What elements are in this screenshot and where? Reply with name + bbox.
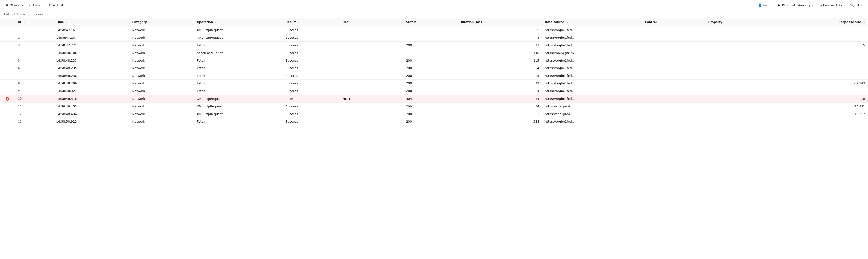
data-table: Id ⌄ Time ⌄ Category ⌄ Operation ⌄ Resul… xyxy=(0,18,868,125)
cell-datasource: https://orgbe1fed... xyxy=(542,34,642,41)
table-row[interactable]: 914:58:48.324NetworkFetchSuccess2004http… xyxy=(0,87,868,95)
cell-responsesize: 28 xyxy=(781,95,868,103)
table-row[interactable]: 214:58:47.167NetworkXMLHttpRequestSucces… xyxy=(0,34,868,41)
filter-button[interactable]: 🔍 Filter xyxy=(848,2,864,8)
col-header-category[interactable]: Category ⌄ xyxy=(129,18,194,26)
cell-duration: 24 xyxy=(457,103,542,110)
cell-control xyxy=(642,72,706,80)
col-header-time[interactable]: Time ⌄ xyxy=(53,18,129,26)
toolbar-left: ✕ Clear data ↑ Upload ↓ Download xyxy=(4,2,754,8)
play-label: Play model-driven app xyxy=(782,3,813,7)
cell-id: 8 xyxy=(15,80,53,87)
cell-id: 7 xyxy=(15,72,53,80)
table-row[interactable]: 414:58:48.106NetworkAssetLoad.ScriptSucc… xyxy=(0,49,868,57)
cell-time: 14:58:48.378 xyxy=(53,95,129,103)
cell-responsesize: 69,143 xyxy=(781,80,868,87)
cell-responsesize xyxy=(781,26,868,34)
row-error-indicator-cell xyxy=(0,103,15,110)
table-row[interactable]: 614:58:48.235NetworkFetchSuccess2004http… xyxy=(0,64,868,72)
cell-res xyxy=(340,64,403,72)
filter-icon: 🔍 xyxy=(850,3,854,7)
row-error-indicator-cell xyxy=(0,26,15,34)
chevron-down-icon: ▾ xyxy=(841,3,843,7)
table-row[interactable]: 1314:58:50.922NetworkFetchSuccess200348h… xyxy=(0,118,868,125)
col-header-id[interactable]: Id ⌄ xyxy=(15,18,53,26)
table-row[interactable]: 1114:58:48.453NetworkXMLHttpRequestSucce… xyxy=(0,103,868,110)
table-row[interactable]: 814:58:48.296NetworkFetchSuccess20092htt… xyxy=(0,80,868,87)
cell-time: 14:58:48.296 xyxy=(53,80,129,87)
table-row[interactable]: 114:58:47.167NetworkXMLHttpRequestSucces… xyxy=(0,26,868,34)
sort-icon-res: ⌄ xyxy=(353,21,355,24)
upload-icon: ↑ xyxy=(29,3,30,7)
cell-res xyxy=(340,110,403,118)
upload-label: Upload xyxy=(32,3,41,7)
cell-property xyxy=(706,34,781,41)
col-header-datasource[interactable]: Data source ⌄ xyxy=(542,18,642,26)
col-header-status[interactable]: Status ⌄ xyxy=(403,18,457,26)
col-header-duration[interactable]: Duration (ms) ⌄ xyxy=(457,18,542,26)
cell-category: Network xyxy=(129,103,194,110)
cell-duration: 84 xyxy=(457,95,542,103)
col-header-result[interactable]: Result ⌄ xyxy=(283,18,340,26)
cell-category: Network xyxy=(129,64,194,72)
invite-label: Invite xyxy=(763,3,771,7)
col-header-property[interactable]: Property ⌄ xyxy=(706,18,781,26)
table-body: 114:58:47.167NetworkXMLHttpRequestSucces… xyxy=(0,26,868,125)
cell-result: Success xyxy=(283,110,340,118)
upload-button[interactable]: ↑ Upload xyxy=(27,2,43,8)
col-header-control[interactable]: Control ⌄ xyxy=(642,18,706,26)
cell-property xyxy=(706,118,781,125)
sort-icon-status: ⌄ xyxy=(418,21,420,24)
play-model-driven-app-button[interactable]: ▶ Play model-driven app xyxy=(776,2,814,8)
sort-icon-id: ⌄ xyxy=(23,21,25,24)
compact-list-button[interactable]: ≡ Compact list ▾ xyxy=(818,2,844,8)
cell-property xyxy=(706,49,781,57)
table-row[interactable]: 714:58:48.236NetworkFetchSuccess2005http… xyxy=(0,72,868,80)
table-row[interactable]: 1214:58:48.494NetworkXMLHttpRequestSucce… xyxy=(0,110,868,118)
cell-res xyxy=(340,26,403,34)
table-row[interactable]: 514:58:48.233NetworkFetchSuccess200115ht… xyxy=(0,57,868,64)
cell-time: 14:58:47.167 xyxy=(53,26,129,34)
col-indicator xyxy=(0,18,15,26)
cell-property xyxy=(706,41,781,49)
cell-result: Error xyxy=(283,95,340,103)
cell-status: 200 xyxy=(403,72,457,80)
cell-time: 14:58:48.453 xyxy=(53,103,129,110)
download-button[interactable]: ↓ Download xyxy=(44,2,65,8)
cell-duration: 138 xyxy=(457,49,542,57)
col-header-responsesize[interactable]: Response size ⌄ xyxy=(781,18,868,26)
sort-icon-time: ⌄ xyxy=(66,21,68,24)
cell-property xyxy=(706,57,781,64)
clear-data-button[interactable]: ✕ Clear data xyxy=(4,2,26,8)
cell-responsesize xyxy=(781,49,868,57)
cell-res xyxy=(340,57,403,64)
sort-icon-control: ⌄ xyxy=(658,21,660,24)
cell-property xyxy=(706,80,781,87)
cell-operation: XMLHttpRequest xyxy=(194,26,283,34)
cell-res xyxy=(340,87,403,95)
cell-property xyxy=(706,95,781,103)
cell-duration: 4 xyxy=(457,64,542,72)
col-header-operation[interactable]: Operation ⌄ xyxy=(194,18,283,26)
clear-data-label: Clear data xyxy=(10,3,24,7)
table-row[interactable]: !1014:58:48.378NetworkXMLHttpRequestErro… xyxy=(0,95,868,103)
toolbar: ✕ Clear data ↑ Upload ↓ Download 👤 Invit… xyxy=(0,0,868,10)
row-error-indicator-cell xyxy=(0,80,15,87)
cell-operation: AssetLoad.Script xyxy=(194,49,283,57)
cell-datasource: https://shellprod... xyxy=(542,103,642,110)
table-container: Id ⌄ Time ⌄ Category ⌄ Operation ⌄ Resul… xyxy=(0,18,868,259)
cell-operation: XMLHttpRequest xyxy=(194,103,283,110)
invite-button[interactable]: 👤 Invite xyxy=(756,2,773,8)
cell-responsesize: 25,991 xyxy=(781,103,868,110)
cell-res xyxy=(340,49,403,57)
cell-control xyxy=(642,103,706,110)
cell-duration: 87 xyxy=(457,41,542,49)
col-header-res[interactable]: Res... ⌄ xyxy=(340,18,403,26)
cell-datasource: https://orgbe1fed... xyxy=(542,80,642,87)
cell-category: Network xyxy=(129,110,194,118)
cell-status xyxy=(403,26,457,34)
cell-control xyxy=(642,57,706,64)
cell-datasource: https://orgbe1fed... xyxy=(542,41,642,49)
table-row[interactable]: 314:58:47.771NetworkFetchSuccess20087htt… xyxy=(0,41,868,49)
row-error-indicator-cell xyxy=(0,57,15,64)
